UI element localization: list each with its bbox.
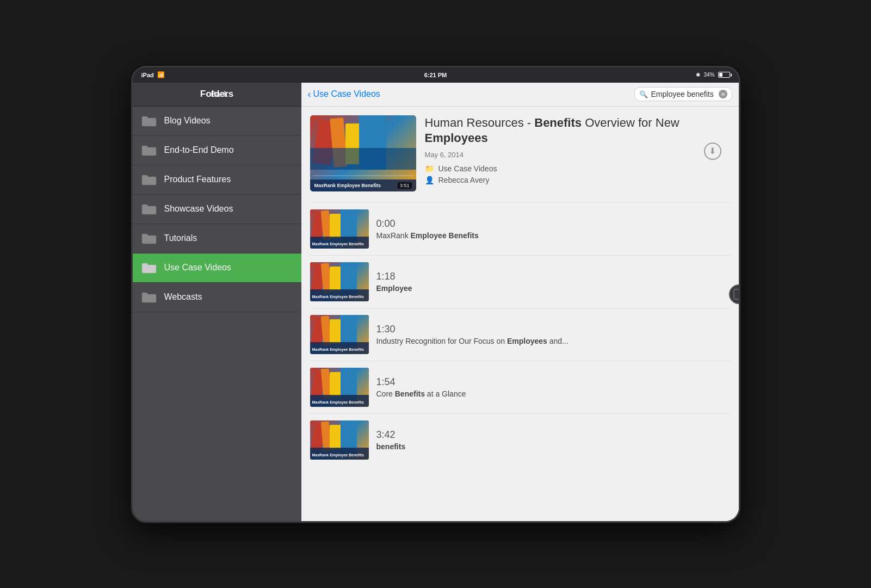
meta-author-text: Rebecca Avery	[438, 176, 490, 184]
battery-percent: 34%	[703, 72, 714, 78]
chapter-desc-0: MaxRank Employee Benefits	[376, 231, 730, 240]
chapter-time-0: 0:00	[376, 218, 730, 230]
chapter-thumb-bar: MaxRank Employee Benefits	[310, 395, 369, 407]
chapter-desc-2: Industry Recognition for Our Focus on Em…	[376, 337, 730, 345]
search-icon: 🔍	[639, 90, 648, 98]
folder-icon	[141, 144, 157, 156]
folder-icon	[141, 232, 157, 244]
wifi-icon: 📶	[157, 71, 165, 78]
sidebar-item-label: Showcase Videos	[164, 204, 233, 214]
chapter-time-1: 1:18	[376, 271, 730, 282]
carrier-label: iPad	[141, 72, 154, 78]
chapter-info-3: 1:54 Core Benefits at a Glance	[376, 376, 730, 398]
back-nav-label: Use Case Videos	[313, 89, 380, 99]
chapter-thumb-bar: MaxRank Employee Benefits	[310, 237, 369, 249]
chapter-time-3: 1:54	[376, 376, 730, 388]
chapter-thumbnail-4: MaxRank Employee Benefits	[310, 420, 369, 460]
home-button-inner	[733, 289, 740, 300]
sidebar-item-webcasts[interactable]: Webcasts	[133, 283, 301, 312]
time-display: 6:21 PM	[424, 72, 447, 78]
chapter-info-2: 1:30 Industry Recognition for Our Focus …	[376, 324, 730, 345]
chapter-thumb-label-1: MaxRank Employee Benefits	[312, 295, 364, 299]
featured-video-info: Human Resources - Benefits Overview for …	[425, 115, 730, 191]
chapter-thumb-label-0: MaxRank Employee Benefits	[312, 242, 364, 246]
search-box[interactable]: 🔍 Employee benefits ✕	[634, 87, 732, 101]
chapter-thumbnail-3: MaxRank Employee Benefits	[310, 368, 369, 407]
sidebar-item-showcase-videos[interactable]: Showcase Videos	[133, 195, 301, 224]
chapter-thumbnail-2: MaxRank Employee Benefits	[310, 315, 369, 354]
search-clear-button[interactable]: ✕	[719, 90, 727, 98]
chapter-thumb-label-2: MaxRank Employee Benefits	[312, 348, 364, 351]
main-panel: ‹ Use Case Videos 🔍 Employee benefits ✕	[301, 83, 739, 521]
featured-duration-badge: 3:51	[398, 182, 412, 189]
status-bar-left: iPad 📶	[141, 71, 165, 78]
sidebar-title: Folders	[200, 89, 233, 100]
chapter-thumb-label-3: MaxRank Employee Benefits	[312, 400, 364, 404]
app-content: ‹ Back Folders Blog Videos	[133, 83, 739, 521]
chapter-item-3[interactable]: MaxRank Employee Benefits 1:54 Core Bene…	[310, 361, 730, 413]
sidebar-item-label: Use Case Videos	[164, 263, 231, 273]
featured-thumb-label: MaxRank Employee Benefits	[314, 183, 381, 188]
device-frame: iPad 📶 6:21 PM ✱ 34% ‹ Back Folders	[131, 66, 740, 523]
featured-video[interactable]: MaxRank Employee Benefits 3:51 Human Res…	[310, 115, 730, 191]
sidebar-list: Blog Videos End-to-End Demo	[133, 107, 301, 521]
sidebar-item-use-case-videos[interactable]: Use Case Videos	[133, 253, 301, 283]
main-header: ‹ Use Case Videos 🔍 Employee benefits ✕	[301, 83, 739, 107]
chapter-thumb-bar: MaxRank Employee Benefits	[310, 448, 369, 460]
sidebar-item-product-features[interactable]: Product Features	[133, 165, 301, 195]
chapter-item-1[interactable]: MaxRank Employee Benefits 1:18 Employee	[310, 255, 730, 308]
main-content: MaxRank Employee Benefits 3:51 Human Res…	[301, 107, 739, 521]
sidebar-item-end-to-end-demo[interactable]: End-to-End Demo	[133, 136, 301, 165]
download-button[interactable]: ⬇	[704, 143, 721, 160]
sidebar-item-label: Blog Videos	[164, 116, 211, 126]
featured-video-area: MaxRank Employee Benefits 3:51 Human Res…	[310, 115, 730, 191]
search-input-value[interactable]: Employee benefits	[651, 90, 715, 98]
status-bar: iPad 📶 6:21 PM ✱ 34%	[133, 67, 739, 83]
chapter-desc-4: benefits	[376, 442, 730, 451]
chapter-item-4[interactable]: MaxRank Employee Benefits 3:42 benefits	[310, 413, 730, 466]
chapter-item-2[interactable]: MaxRank Employee Benefits 1:30 Industry …	[310, 308, 730, 361]
folder-meta-icon: 📁	[425, 164, 434, 173]
featured-video-title: Human Resources - Benefits Overview for …	[425, 115, 730, 146]
featured-video-meta: 📁 Use Case Videos 👤 Rebecca Avery	[425, 164, 730, 184]
chapter-thumb-bar: MaxRank Employee Benefits	[310, 342, 369, 354]
chapter-info-0: 0:00 MaxRank Employee Benefits	[376, 218, 730, 240]
person-meta-icon: 👤	[425, 176, 434, 184]
sidebar-item-label: Webcasts	[164, 292, 202, 302]
volume-button[interactable]	[131, 252, 132, 269]
featured-video-date: May 6, 2014	[425, 151, 730, 159]
folder-icon	[141, 174, 157, 185]
chapter-thumbnail-1: MaxRank Employee Benefits	[310, 262, 369, 301]
folder-icon	[141, 262, 157, 274]
chapter-thumb-label-4: MaxRank Employee Benefits	[312, 453, 364, 457]
featured-thumb-bar: MaxRank Employee Benefits 3:51	[310, 180, 416, 191]
chapter-info-4: 3:42 benefits	[376, 429, 730, 451]
featured-thumbnail: MaxRank Employee Benefits 3:51	[310, 115, 416, 191]
chapter-time-4: 3:42	[376, 429, 730, 441]
chapter-info-1: 1:18 Employee	[376, 271, 730, 293]
chapter-item-0[interactable]: MaxRank Employee Benefits 0:00 MaxRank E…	[310, 202, 730, 255]
folder-icon	[141, 203, 157, 215]
chapter-desc-3: Core Benefits at a Glance	[376, 389, 730, 398]
chapter-thumb-bar: MaxRank Employee Benefits	[310, 289, 369, 301]
back-nav-chevron-icon: ‹	[308, 89, 311, 100]
folder-icon	[141, 115, 157, 127]
sidebar-item-blog-videos[interactable]: Blog Videos	[133, 107, 301, 136]
chapter-desc-1: Employee	[376, 284, 730, 293]
sidebar-item-label: End-to-End Demo	[164, 145, 234, 155]
meta-author-row: 👤 Rebecca Avery	[425, 176, 730, 184]
folder-icon	[141, 291, 157, 303]
chapter-thumbnail-0: MaxRank Employee Benefits	[310, 209, 369, 249]
sidebar-item-tutorials[interactable]: Tutorials	[133, 224, 301, 253]
battery-fill	[719, 73, 722, 77]
sidebar: ‹ Back Folders Blog Videos	[133, 83, 301, 521]
chapter-time-2: 1:30	[376, 324, 730, 335]
sidebar-item-label: Product Features	[164, 175, 231, 184]
meta-folder-text: Use Case Videos	[438, 164, 497, 173]
battery-bar	[718, 72, 730, 78]
sidebar-header: ‹ Back Folders	[133, 83, 301, 107]
chapter-list: MaxRank Employee Benefits 0:00 MaxRank E…	[310, 202, 730, 466]
bluetooth-icon: ✱	[696, 72, 700, 78]
back-nav-button[interactable]: ‹ Use Case Videos	[308, 89, 380, 100]
status-bar-right: ✱ 34%	[696, 72, 730, 78]
